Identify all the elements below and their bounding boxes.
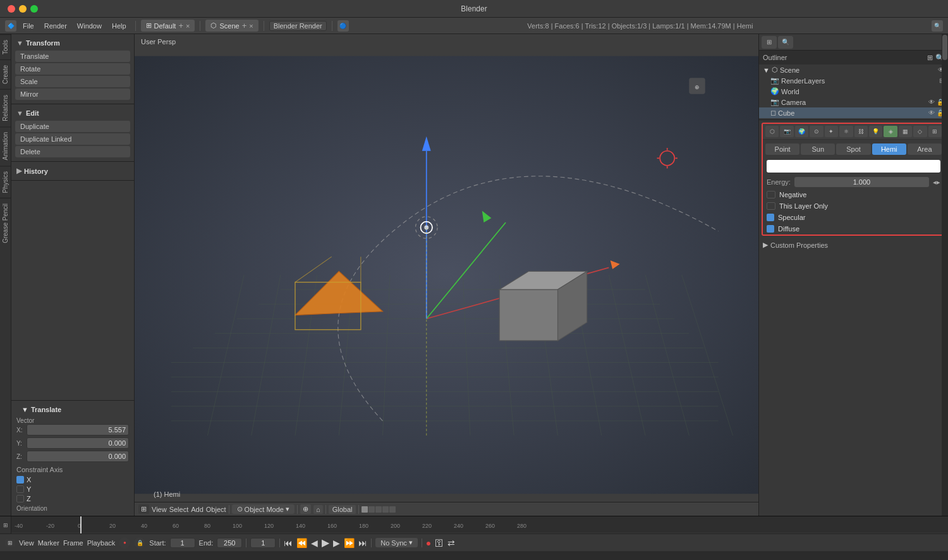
- prop-particles[interactable]: ✦: [825, 126, 838, 137]
- start-frame-input[interactable]: [170, 538, 195, 548]
- transform-header[interactable]: ▼ Transform: [11, 37, 134, 49]
- close-button[interactable]: [8, 5, 15, 13]
- pb-frame[interactable]: Frame: [63, 539, 83, 547]
- pivot-btn[interactable]: ⊕: [300, 504, 311, 514]
- light-color-swatch[interactable]: [767, 160, 940, 173]
- diffuse-checkbox[interactable]: [767, 225, 774, 233]
- vt-add[interactable]: Add: [191, 506, 204, 513]
- global-btn[interactable]: Global: [329, 505, 356, 514]
- layer-btn-1[interactable]: [362, 506, 368, 513]
- prop-scene[interactable]: ⬡: [765, 126, 779, 137]
- scene-selector[interactable]: ⬡ Scene + ×: [205, 20, 258, 32]
- rotate-button[interactable]: Rotate: [15, 63, 130, 75]
- prop-object[interactable]: ⊙: [810, 126, 823, 137]
- scale-button[interactable]: Scale: [15, 76, 130, 87]
- prop-material[interactable]: ◈: [884, 126, 897, 137]
- layer-btn-5[interactable]: [389, 506, 396, 513]
- menu-help[interactable]: Help: [108, 21, 130, 31]
- z-constraint-checkbox[interactable]: [16, 495, 24, 502]
- prop-physics[interactable]: ⚛: [839, 126, 853, 137]
- history-header[interactable]: ▶ History: [11, 164, 134, 178]
- prev-keyframe-btn[interactable]: ◀: [311, 538, 318, 548]
- workspace-selector[interactable]: ⊞ Default + ×: [141, 20, 195, 32]
- menu-file[interactable]: File: [19, 21, 38, 31]
- workspace-add[interactable]: +: [178, 21, 183, 30]
- snap-btn[interactable]: ⌂: [313, 505, 323, 514]
- x-constraint-checkbox[interactable]: [16, 476, 24, 484]
- prop-data[interactable]: 💡: [869, 126, 882, 137]
- pb-view[interactable]: View: [19, 539, 34, 547]
- energy-arrows[interactable]: ◂▸: [933, 178, 940, 186]
- sync-btn[interactable]: ⇄: [447, 538, 455, 548]
- z-input[interactable]: [27, 451, 129, 462]
- record-anim-btn[interactable]: ●: [426, 538, 431, 548]
- workspace-close[interactable]: ×: [186, 22, 190, 30]
- layer-btn-3[interactable]: [375, 506, 382, 513]
- rp-tab-2[interactable]: 🔍: [778, 36, 793, 49]
- layer-btn-2[interactable]: [368, 506, 375, 513]
- render-engine[interactable]: Blender Render: [269, 21, 327, 31]
- tab-tools[interactable]: Tools: [0, 34, 11, 59]
- vt-select[interactable]: Select: [169, 506, 189, 513]
- prev-frame-btn[interactable]: ⏪: [296, 538, 307, 548]
- rp-tab-1[interactable]: ⊞: [762, 36, 777, 49]
- skip-start-btn[interactable]: ⏮: [284, 538, 293, 548]
- specular-checkbox[interactable]: [767, 214, 774, 221]
- scene-close[interactable]: ×: [249, 22, 253, 30]
- record-btn[interactable]: ●: [119, 537, 130, 549]
- outliner-icon-1[interactable]: ⊞: [927, 54, 933, 62]
- tab-create[interactable]: Create: [0, 59, 11, 89]
- light-point[interactable]: Point: [765, 143, 799, 155]
- menu-render[interactable]: Render: [40, 21, 71, 31]
- outliner-world[interactable]: 🌍 World: [759, 86, 948, 97]
- duplicate-linked-button[interactable]: Duplicate Linked: [15, 133, 130, 145]
- right-scrollbar[interactable]: [942, 34, 948, 516]
- scene-add[interactable]: +: [242, 21, 247, 30]
- y-constraint-checkbox[interactable]: [16, 485, 24, 493]
- outliner-camera[interactable]: 📷 Camera 👁 🔒: [759, 97, 948, 107]
- pb-marker[interactable]: Marker: [38, 539, 59, 547]
- light-spot[interactable]: Spot: [836, 143, 870, 155]
- next-keyframe-btn[interactable]: ▶: [333, 538, 340, 548]
- minimize-button[interactable]: [19, 5, 27, 13]
- skip-end-btn[interactable]: ⏭: [358, 538, 367, 548]
- keying-btn[interactable]: ⚿: [435, 538, 444, 548]
- layer-btn-4[interactable]: [382, 506, 389, 513]
- negative-checkbox[interactable]: [767, 191, 775, 198]
- edit-header[interactable]: ▼ Edit: [11, 107, 134, 119]
- tab-physics[interactable]: Physics: [0, 166, 11, 198]
- search-icon[interactable]: 🔍: [932, 20, 943, 32]
- pb-playback[interactable]: Playback: [87, 539, 116, 547]
- no-sync-selector[interactable]: No Sync ▾: [375, 538, 418, 547]
- mirror-button[interactable]: Mirror: [15, 88, 130, 100]
- viewport[interactable]: User Persp: [135, 34, 758, 516]
- end-frame-input[interactable]: [217, 538, 242, 548]
- tab-animation[interactable]: Animation: [0, 126, 11, 165]
- prop-world[interactable]: 🌍: [795, 126, 808, 137]
- tab-relations[interactable]: Relations: [0, 89, 11, 126]
- delete-button[interactable]: Delete: [15, 146, 130, 157]
- mode-selector[interactable]: ⊙ Object Mode ▾: [232, 504, 295, 514]
- outliner-scene[interactable]: ▼ ⬡ Scene 👁: [759, 64, 948, 75]
- scrollbar-thumb[interactable]: [942, 35, 947, 60]
- maximize-button[interactable]: [30, 5, 38, 13]
- outliner-cube[interactable]: ◻ Cube 👁 🔒: [759, 107, 948, 118]
- prop-constraints[interactable]: ⛓: [854, 126, 868, 137]
- menu-window[interactable]: Window: [73, 21, 106, 31]
- vt-object[interactable]: Object: [206, 506, 226, 513]
- prop-render[interactable]: 📷: [780, 126, 793, 137]
- prop-extra1[interactable]: ◇: [913, 126, 927, 137]
- prop-texture[interactable]: ▦: [899, 126, 912, 137]
- x-input[interactable]: [27, 424, 129, 435]
- custom-properties-header[interactable]: ▶ Custom Properties: [763, 241, 944, 249]
- tab-grease-pencil[interactable]: Grease Pencil: [0, 198, 11, 248]
- lock-btn[interactable]: 🔒: [134, 537, 145, 549]
- layer-only-checkbox[interactable]: [767, 202, 775, 210]
- prop-extra2[interactable]: ⊞: [928, 126, 942, 137]
- current-frame-input[interactable]: [250, 538, 276, 548]
- light-sun[interactable]: Sun: [801, 143, 835, 155]
- light-hemi[interactable]: Hemi: [872, 143, 906, 155]
- duplicate-button[interactable]: Duplicate: [15, 121, 130, 132]
- energy-value[interactable]: 1.000: [794, 177, 929, 187]
- light-area[interactable]: Area: [908, 143, 942, 155]
